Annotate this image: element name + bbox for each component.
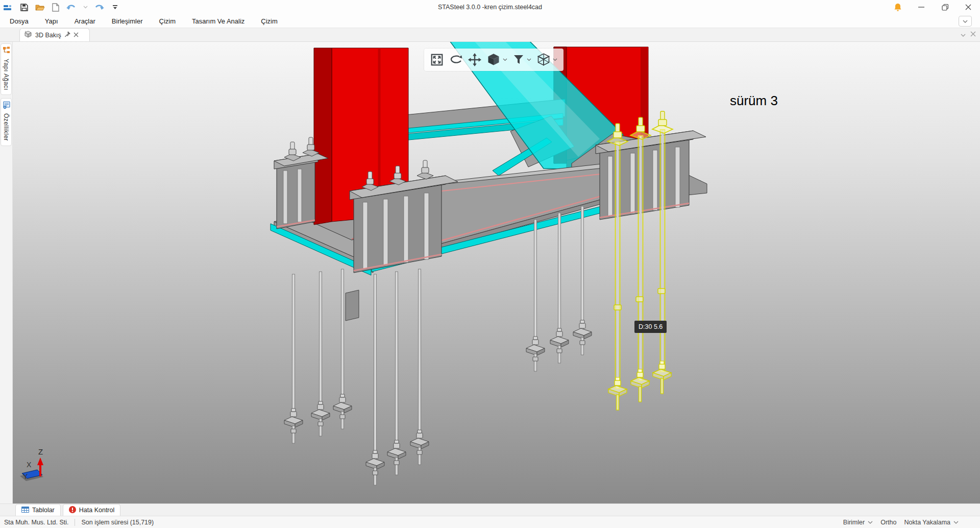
pin-icon[interactable] xyxy=(64,31,70,39)
viewport-toolbar xyxy=(424,49,564,71)
statusbar: Sta Muh. Mus. Ltd. Sti. Son işlem süresi… xyxy=(0,516,980,528)
snap-chevron xyxy=(953,521,959,524)
statusbar-right: Birimler Ortho Nokta Yakalama xyxy=(841,519,980,526)
error-icon xyxy=(69,506,76,515)
structure-tree-icon xyxy=(3,46,10,56)
filter-button[interactable] xyxy=(512,54,531,66)
statusbar-separator xyxy=(75,519,75,526)
menu-cizim-1[interactable]: Çizim xyxy=(153,16,183,27)
pan-button[interactable] xyxy=(468,53,481,66)
axis-label-y: Y xyxy=(23,472,28,481)
sidebar-item-ozellikler[interactable]: Özellikler xyxy=(1,98,12,146)
restore-button[interactable] xyxy=(933,0,957,14)
ortho-toggle[interactable]: Ortho xyxy=(878,519,898,526)
menu-birlesimler[interactable]: Birleşimler xyxy=(105,16,150,27)
last-operation-time: Son işlem süresi (15,719) xyxy=(81,519,154,526)
properties-icon xyxy=(3,101,10,111)
dimension-tooltip: D:30 5.6 xyxy=(634,321,667,333)
snap-dropdown[interactable]: Nokta Yakalama xyxy=(902,519,961,526)
tab-list-chevron[interactable] xyxy=(961,30,966,39)
main-area: Yapı Ağacı Özellikler xyxy=(0,42,980,503)
filter-chevron xyxy=(527,58,531,61)
side-panel-rail: Yapı Ağacı Özellikler xyxy=(0,42,13,503)
shading-mode-button[interactable] xyxy=(486,53,507,67)
orbit-button[interactable] xyxy=(449,54,463,65)
menu-tasarim-ve-analiz[interactable]: Tasarım Ve Analiz xyxy=(185,16,251,27)
wireframe-mode-button[interactable] xyxy=(536,53,557,67)
statusbar-left: Sta Muh. Mus. Ltd. Sti. Son işlem süresi… xyxy=(0,519,154,526)
axis-label-x: X xyxy=(27,461,32,469)
app-window: STASteel 3.0.0 -kren çizim.steel4cad Dos… xyxy=(0,0,980,528)
window-title: STASteel 3.0.0 -kren çizim.steel4cad xyxy=(0,0,980,14)
titlebar: STASteel 3.0.0 -kren çizim.steel4cad xyxy=(0,0,980,14)
tab-3d-view[interactable]: 3D Bakış xyxy=(19,28,90,41)
zoom-extents-button[interactable] xyxy=(430,53,444,66)
sidebar-label: Yapı Ağacı xyxy=(3,59,10,90)
units-dropdown[interactable]: Birimler xyxy=(841,519,875,526)
company-name: Sta Muh. Mus. Ltd. Sti. xyxy=(4,519,68,526)
tab-hata-kontrol[interactable]: Hata Kontrol xyxy=(63,504,120,516)
tab-tablolar[interactable]: Tablolar xyxy=(15,504,61,516)
menu-araclar[interactable]: Araçlar xyxy=(68,16,102,27)
anchor-rods-right[interactable] xyxy=(526,206,592,371)
bottom-tabbar: Tablolar Hata Kontrol xyxy=(0,503,980,516)
viewport-3d[interactable]: Z X Y xyxy=(13,42,980,503)
anchor-rods-center[interactable] xyxy=(366,269,429,485)
minimize-button[interactable] xyxy=(910,0,933,14)
table-icon xyxy=(21,507,29,514)
sidebar-label: Özellikler xyxy=(3,113,10,141)
menu-yapi[interactable]: Yapı xyxy=(38,16,65,27)
bottom-tab-label: Hata Kontrol xyxy=(79,507,114,514)
menu-cizim-2[interactable]: Çizim xyxy=(254,16,284,27)
ribbon-collapse-button[interactable] xyxy=(959,16,972,27)
close-button[interactable] xyxy=(957,0,980,14)
menubar: Dosya Yapı Araçlar Birleşimler Çizim Tas… xyxy=(0,14,980,28)
3d-view-icon xyxy=(24,31,32,39)
notification-bell-icon[interactable] xyxy=(886,0,910,14)
selected-anchor-rods[interactable] xyxy=(607,111,673,410)
tab-close-icon[interactable] xyxy=(74,32,79,39)
window-controls xyxy=(886,0,980,14)
scene-canvas: Z X Y xyxy=(13,42,980,503)
viewport-annotation: sürüm 3 xyxy=(730,93,778,109)
shading-mode-chevron xyxy=(503,58,507,61)
units-chevron xyxy=(868,521,873,524)
tabstrip-controls xyxy=(961,30,976,39)
axis-label-z: Z xyxy=(38,447,43,456)
wireframe-mode-chevron xyxy=(553,58,557,61)
tabstrip-close-icon[interactable] xyxy=(970,30,976,39)
tab-label: 3D Bakış xyxy=(35,32,61,39)
menu-dosya[interactable]: Dosya xyxy=(3,16,35,27)
bottom-tab-label: Tablolar xyxy=(32,507,55,514)
sidebar-item-yapi-agaci[interactable]: Yapı Ağacı xyxy=(1,43,12,95)
document-tabstrip: 3D Bakış xyxy=(0,28,980,42)
